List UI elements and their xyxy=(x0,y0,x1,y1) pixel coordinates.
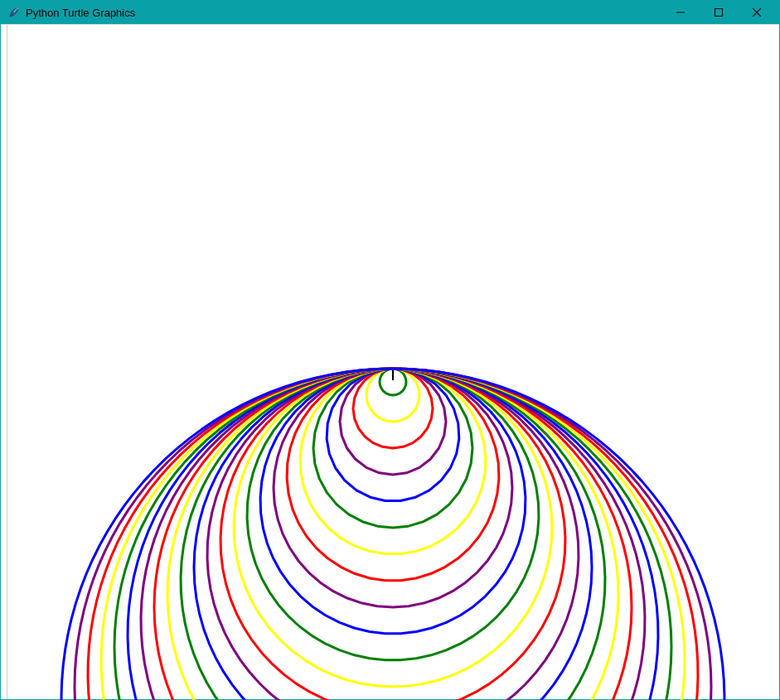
turtle-circle xyxy=(327,369,459,500)
turtle-circle xyxy=(300,369,486,554)
close-icon xyxy=(753,8,761,17)
maximize-button[interactable] xyxy=(700,1,738,24)
turtle-circle xyxy=(220,369,565,700)
turtle-circle xyxy=(353,369,433,448)
turtle-circle xyxy=(247,369,539,660)
client-area xyxy=(1,24,779,699)
turtle-circle xyxy=(61,369,724,700)
minimize-button[interactable] xyxy=(661,1,700,24)
turtle-circle xyxy=(88,369,698,700)
turtle-canvas xyxy=(7,25,779,700)
minimize-icon xyxy=(676,8,685,17)
close-button[interactable] xyxy=(738,1,776,24)
maximize-icon xyxy=(715,8,723,17)
window-title: Python Turtle Graphics xyxy=(26,7,661,19)
svg-rect-1 xyxy=(715,9,723,17)
turtle-circle xyxy=(274,369,512,607)
titlebar[interactable]: Python Turtle Graphics xyxy=(1,1,779,24)
window-controls xyxy=(661,1,776,24)
window-left-border xyxy=(1,25,7,699)
turtle-circle xyxy=(75,369,711,700)
feather-icon xyxy=(7,6,21,19)
turtle-circle xyxy=(101,369,685,700)
turtle-canvas-wrap xyxy=(7,25,779,699)
app-window: Python Turtle Graphics xyxy=(0,0,780,700)
